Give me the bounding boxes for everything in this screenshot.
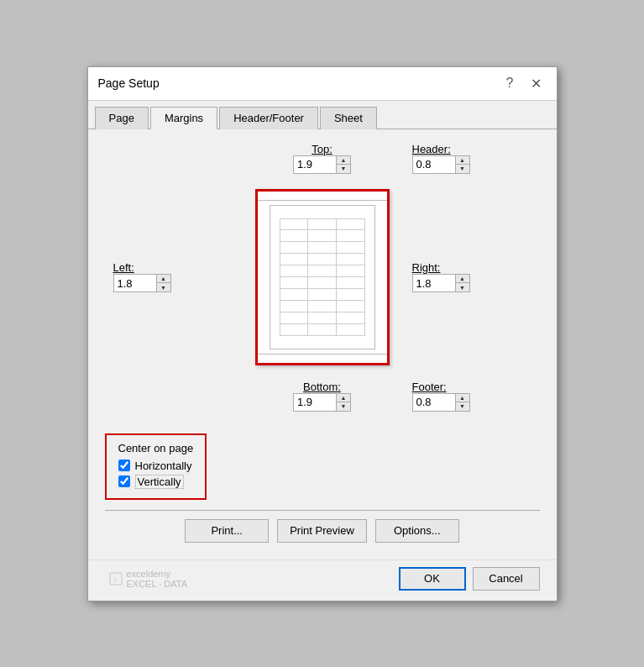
right-up-btn[interactable]: ▲ — [456, 275, 469, 283]
left-spinner-btns: ▲ ▼ — [157, 274, 171, 292]
table-cell — [308, 301, 337, 312]
footer-line — [258, 354, 387, 355]
table-cell — [280, 301, 309, 312]
right-label: Right: — [412, 261, 441, 274]
header-down-btn[interactable]: ▼ — [456, 165, 469, 173]
dialog-title: Page Setup — [98, 76, 160, 90]
ok-button[interactable]: OK — [399, 567, 466, 591]
table-cell — [280, 312, 309, 323]
top-up-btn[interactable]: ▲ — [337, 156, 350, 165]
print-preview-button[interactable]: Print Preview — [277, 519, 367, 543]
table-cell — [280, 265, 309, 276]
table-cell — [337, 289, 364, 300]
center-on-page-title: Center on page — [118, 442, 194, 454]
left-field-group: Left: ▲ ▼ — [105, 261, 239, 292]
table-cell — [308, 277, 337, 288]
tab-sheet[interactable]: Sheet — [320, 107, 377, 129]
horizontally-checkbox-row[interactable]: Horizontally — [118, 460, 194, 472]
bottom-spinner-btns: ▲ ▼ — [337, 393, 351, 412]
right-down-btn[interactable]: ▼ — [456, 283, 469, 291]
table-cell — [337, 242, 364, 253]
page-preview — [255, 189, 390, 365]
center-on-page-box: Center on page Horizontally Vertically — [105, 433, 207, 500]
ok-cancel-row: E exceldemyEXCEL · DATA OK Cancel — [88, 559, 557, 601]
left-down-btn[interactable]: ▼ — [157, 283, 170, 291]
top-spinner-btns: ▲ ▼ — [337, 155, 351, 174]
table-cell — [280, 230, 309, 241]
left-up-btn[interactable]: ▲ — [157, 275, 170, 283]
right-spinner: ▲ ▼ — [412, 274, 470, 292]
footer-up-btn[interactable]: ▲ — [456, 394, 469, 402]
vertically-checkbox[interactable] — [118, 475, 130, 487]
footer-spinner-btns: ▲ ▼ — [456, 393, 470, 412]
table-cell — [308, 289, 337, 300]
table-row — [280, 324, 364, 335]
watermark-text: exceldemyEXCEL · DATA — [127, 569, 188, 589]
table-row — [280, 289, 364, 301]
horizontally-checkbox[interactable] — [118, 460, 130, 471]
table-cell — [337, 230, 364, 241]
title-actions: ? ✕ — [501, 74, 547, 93]
table-cell — [308, 265, 337, 276]
table-rows — [280, 219, 364, 335]
right-spinner-btns: ▲ ▼ — [456, 274, 470, 292]
footer-field-group: Footer: ▲ ▼ — [406, 376, 540, 412]
watermark-icon: E — [108, 571, 123, 586]
table-cell — [337, 312, 364, 323]
header-up-btn[interactable]: ▲ — [456, 156, 469, 165]
tab-margins[interactable]: Margins — [150, 107, 217, 129]
print-button[interactable]: Print... — [185, 519, 269, 543]
bottom-down-btn[interactable]: ▼ — [337, 402, 350, 411]
footer-spinner: ▲ ▼ — [412, 393, 470, 412]
table-cell — [337, 324, 364, 335]
top-label: Top: — [312, 143, 332, 155]
tab-page[interactable]: Page — [95, 107, 149, 129]
vertically-checkbox-row[interactable]: Vertically — [118, 475, 194, 488]
table-row — [280, 277, 364, 289]
right-input[interactable] — [412, 274, 456, 292]
footer-input[interactable] — [412, 393, 456, 412]
table-cell — [280, 219, 309, 230]
bottom-field-group: Bottom: ▲ ▼ — [243, 376, 402, 412]
table-cell — [280, 289, 309, 300]
options-button[interactable]: Options... — [375, 519, 459, 543]
table-cell — [337, 265, 364, 276]
footer-label: Footer: — [412, 381, 447, 393]
top-spinner: ▲ ▼ — [293, 155, 351, 174]
margins-layout: Top: ▲ ▼ Header: ▲ ▼ — [105, 143, 540, 412]
table-row — [280, 219, 364, 231]
table-row — [280, 265, 364, 277]
bottom-spinner: ▲ ▼ — [293, 393, 351, 412]
cancel-button[interactable]: Cancel — [473, 567, 540, 591]
bottom-up-btn[interactable]: ▲ — [337, 394, 350, 402]
top-input[interactable] — [293, 155, 337, 174]
table-cell — [337, 254, 364, 265]
table-cell — [280, 277, 309, 288]
bottom-input[interactable] — [293, 393, 337, 412]
table-cell — [308, 230, 337, 241]
page-preview-area — [243, 182, 402, 372]
vertically-label-text: Vertically — [135, 475, 184, 489]
close-button[interactable]: ✕ — [526, 74, 547, 93]
header-input[interactable] — [412, 155, 456, 174]
left-input[interactable] — [113, 274, 157, 292]
bottom-label: Bottom: — [303, 381, 341, 393]
header-spinner-btns: ▲ ▼ — [456, 155, 470, 174]
title-bar: Page Setup ? ✕ — [88, 67, 557, 101]
action-buttons: Print... Print Preview Options... — [105, 519, 540, 543]
footer-down-btn[interactable]: ▼ — [456, 402, 469, 411]
top-field-group: Top: ▲ ▼ — [243, 143, 402, 179]
table-cell — [337, 301, 364, 312]
help-button[interactable]: ? — [501, 74, 519, 92]
header-label: Header: — [412, 143, 451, 155]
table-row — [280, 230, 364, 242]
table-cell — [308, 219, 337, 230]
table-cell — [280, 324, 309, 335]
right-field-group: Right: ▲ ▼ — [406, 261, 540, 292]
separator — [105, 510, 540, 511]
top-down-btn[interactable]: ▼ — [337, 165, 350, 173]
svg-text:E: E — [113, 576, 118, 584]
table-cell — [337, 219, 364, 230]
vertically-label: Vertically — [135, 475, 184, 488]
tab-header-footer[interactable]: Header/Footer — [219, 107, 318, 129]
